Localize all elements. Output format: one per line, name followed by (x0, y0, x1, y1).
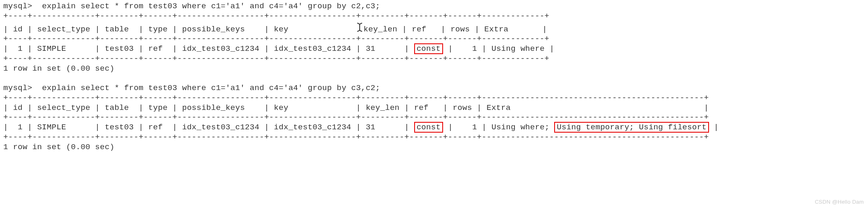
q2-sql: explain select * from test03 where c1='a… (42, 83, 380, 93)
q2-ref-value: const (414, 122, 443, 133)
q1-border-bottom: +----+-------------+--------+------+----… (3, 54, 865, 64)
q1-row-pre: | 1 | SIMPLE | test03 | ref | idx_test03… (3, 44, 414, 53)
q1-header-with-cursor: | id | select_type | table | type | poss… (3, 21, 865, 35)
text-cursor-icon (356, 22, 363, 36)
q1-sql: explain select * from test03 where c1='a… (42, 2, 380, 11)
q2-border-mid: +----+-------------+--------+------+----… (3, 113, 865, 123)
q2-extra-highlight: Using temporary; Using filesort (554, 122, 709, 133)
q1-border-mid: +----+-------------+--------+------+----… (3, 34, 865, 44)
q2-border-bottom: +----+-------------+--------+------+----… (3, 133, 865, 143)
mysql-prompt: mysql> (3, 2, 42, 11)
q1-footer: 1 row in set (0.00 sec) (3, 64, 865, 74)
q2-row-post1: | 1 | Using where; (443, 123, 554, 132)
q1-row-post: | 1 | Using where | (443, 44, 554, 53)
q2-row-pre: | 1 | SIMPLE | test03 | ref | idx_test03… (3, 123, 414, 132)
mysql-prompt: mysql> (3, 83, 42, 93)
q2-prompt-line: mysql> explain select * from test03 wher… (3, 83, 865, 93)
q2-row-post2: | (709, 123, 719, 132)
q2-footer: 1 row in set (0.00 sec) (3, 143, 865, 152)
q2-header: | id | select_type | table | type | poss… (3, 103, 865, 113)
q1-border-top: +----+-------------+--------+------+----… (3, 12, 865, 21)
q1-prompt-line: mysql> explain select * from test03 wher… (3, 2, 865, 12)
q2-data-row: | 1 | SIMPLE | test03 | ref | idx_test03… (3, 123, 865, 133)
blank-line (3, 74, 865, 83)
q2-border-top: +----+-------------+--------+------+----… (3, 93, 865, 103)
q1-ref-value: const (414, 43, 443, 54)
q1-data-row: | 1 | SIMPLE | test03 | ref | idx_test03… (3, 44, 865, 54)
